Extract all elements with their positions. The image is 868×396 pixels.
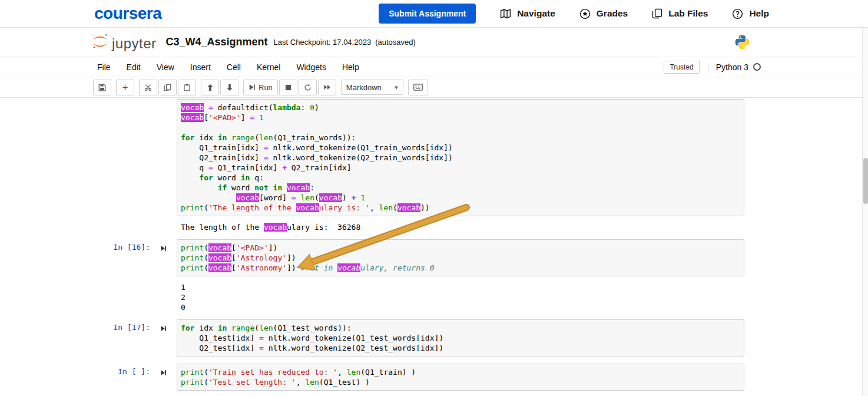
menus: FileEditViewInsertCellKernelWidgetsHelp bbox=[97, 62, 359, 72]
toolbar: +RunMarkdown▾ bbox=[0, 77, 868, 98]
run-cell-icon bbox=[150, 99, 177, 216]
cell-prompt: In [16]: bbox=[88, 239, 150, 276]
paste-cells-button[interactable] bbox=[178, 80, 196, 95]
restart-run-all-button[interactable] bbox=[318, 80, 336, 95]
save-button[interactable] bbox=[93, 80, 111, 95]
top-nav-grades[interactable]: Grades bbox=[579, 8, 628, 20]
scrollbar-thumb[interactable] bbox=[863, 158, 868, 204]
autosave-status: (autosaved) bbox=[375, 38, 416, 47]
lab-files-icon bbox=[651, 8, 663, 19]
run-cell-icon[interactable] bbox=[150, 319, 177, 357]
coursera-logo: coursera bbox=[94, 4, 161, 23]
top-nav-label: Navigate bbox=[517, 8, 555, 19]
menu-file[interactable]: File bbox=[97, 62, 111, 72]
cell-output: 120 bbox=[177, 280, 190, 312]
run-button[interactable]: Run bbox=[243, 80, 278, 95]
code-input[interactable]: for idx in range(len(Q1_test_words)): Q1… bbox=[177, 319, 744, 357]
celltype-value: Markdown bbox=[346, 83, 382, 92]
cell-prompt: In [ ]: bbox=[88, 364, 150, 391]
step-forward-icon bbox=[249, 84, 256, 91]
scrollbar[interactable] bbox=[862, 28, 868, 396]
celltype-select[interactable]: Markdown▾ bbox=[341, 80, 403, 95]
interrupt-kernel-button[interactable] bbox=[279, 80, 297, 95]
menu-edit[interactable]: Edit bbox=[127, 62, 141, 72]
copy-cells-button[interactable] bbox=[158, 80, 177, 95]
top-nav-label: Grades bbox=[597, 8, 628, 19]
notebook-title[interactable]: C3_W4_Assignment bbox=[166, 36, 268, 48]
notebook-cells: vocab = defaultdict(lambda: 0)vocab['<PA… bbox=[88, 99, 868, 391]
run-cell-icon[interactable] bbox=[150, 364, 177, 391]
run-button-label: Run bbox=[259, 83, 273, 92]
menu-cell[interactable]: Cell bbox=[227, 62, 241, 72]
cell-output: The length of the vocabulary is: 36268 bbox=[177, 220, 365, 232]
toolbar-group bbox=[201, 80, 238, 95]
code-cell: In [ ]:print('Train set has reduced to: … bbox=[88, 364, 868, 391]
fast-forward-icon bbox=[323, 84, 331, 91]
menu-widgets[interactable]: Widgets bbox=[296, 62, 326, 72]
top-nav-help[interactable]: Help bbox=[731, 8, 769, 20]
code-cell: In [16]:print(vocab['<PAD>'])print(vocab… bbox=[88, 239, 868, 312]
top-nav-label: Lab Files bbox=[668, 8, 708, 19]
menu-view[interactable]: View bbox=[157, 62, 174, 72]
run-cell-icon[interactable] bbox=[150, 239, 177, 276]
python-logo-icon bbox=[734, 34, 750, 50]
cut-cells-button[interactable] bbox=[139, 80, 157, 95]
insert-cell-below-button[interactable]: + bbox=[116, 80, 134, 95]
code-cell: vocab = defaultdict(lambda: 0)vocab['<PA… bbox=[88, 99, 868, 232]
cell-prompt: In [17]: bbox=[88, 319, 150, 357]
toolbar-group bbox=[93, 80, 111, 95]
top-nav: NavigateGradesLab FilesHelp bbox=[499, 8, 769, 20]
restart-icon bbox=[304, 84, 312, 91]
checkpoint-label: Last Checkpoint: 17.04.2023 bbox=[274, 38, 372, 47]
keyboard-icon bbox=[413, 84, 423, 91]
copy-icon bbox=[164, 84, 171, 91]
toolbar-group: + bbox=[116, 80, 134, 95]
code-input[interactable]: vocab = defaultdict(lambda: 0)vocab['<PA… bbox=[177, 99, 744, 216]
code-input[interactable]: print(vocab['<PAD>'])print(vocab['Astrol… bbox=[177, 239, 744, 276]
cut-icon bbox=[144, 84, 152, 91]
grades-icon bbox=[579, 8, 591, 20]
menu-insert[interactable]: Insert bbox=[190, 62, 211, 72]
coursera-header: coursera Submit Assignment NavigateGrade… bbox=[0, 0, 868, 28]
chevron-down-icon: ▾ bbox=[395, 84, 398, 91]
top-nav-label: Help bbox=[749, 8, 769, 19]
top-nav-navigate[interactable]: Navigate bbox=[499, 8, 555, 20]
toolbar-group: Run bbox=[243, 80, 336, 95]
submit-assignment-button[interactable]: Submit Assignment bbox=[379, 4, 476, 24]
move-cell-up-button[interactable] bbox=[201, 80, 219, 95]
jupyter-planet-icon bbox=[91, 32, 109, 52]
plus-icon: + bbox=[122, 82, 128, 93]
command-palette-button[interactable] bbox=[408, 80, 428, 95]
jupyter-logo[interactable]: jupyter bbox=[91, 32, 157, 52]
jupyter-header: jupyter C3_W4_Assignment Last Checkpoint… bbox=[0, 28, 868, 57]
save-icon bbox=[98, 84, 106, 91]
coursera-actions: Submit Assignment NavigateGradesLab File… bbox=[379, 4, 769, 24]
code-cell: In [17]:for idx in range(len(Q1_test_wor… bbox=[88, 319, 868, 357]
stop-icon bbox=[285, 84, 291, 91]
move-cell-down-button[interactable] bbox=[220, 80, 238, 95]
arrow-up-icon bbox=[207, 84, 214, 91]
notebook-area: vocab = defaultdict(lambda: 0)vocab['<PA… bbox=[0, 98, 868, 391]
kernel-group: Python 3 bbox=[708, 62, 761, 72]
kernel-idle-icon bbox=[753, 63, 761, 71]
menu-help[interactable]: Help bbox=[342, 62, 359, 72]
kernel-status-area: Trusted Python 3 bbox=[664, 61, 761, 74]
top-nav-lab-files[interactable]: Lab Files bbox=[651, 8, 708, 20]
trusted-badge[interactable]: Trusted bbox=[664, 61, 699, 74]
arrow-down-icon bbox=[226, 84, 233, 91]
help-icon bbox=[731, 8, 744, 20]
restart-kernel-button[interactable] bbox=[299, 80, 317, 95]
paste-icon bbox=[183, 84, 191, 91]
menu-bar: FileEditViewInsertCellKernelWidgetsHelp … bbox=[0, 57, 868, 77]
toolbar-group bbox=[139, 80, 196, 95]
code-input[interactable]: print('Train set has reduced to: ', len(… bbox=[177, 364, 744, 391]
cell-prompt bbox=[88, 99, 150, 216]
menu-kernel[interactable]: Kernel bbox=[257, 62, 280, 72]
navigate-icon bbox=[499, 8, 512, 20]
jupyter-wordmark: jupyter bbox=[112, 37, 157, 52]
kernel-name: Python 3 bbox=[716, 62, 748, 72]
